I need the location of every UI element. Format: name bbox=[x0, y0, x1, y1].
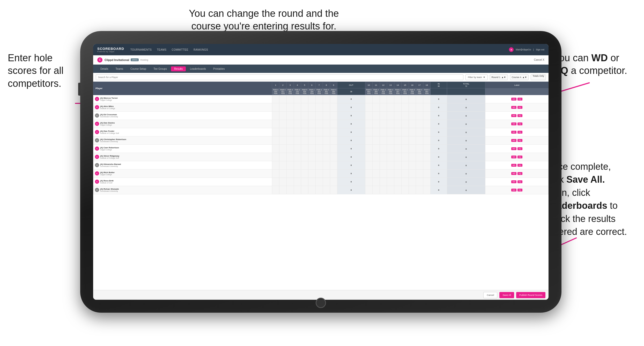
score-input-h13[interactable] bbox=[387, 153, 394, 161]
wd-button[interactable]: WD bbox=[511, 147, 516, 150]
hole-13-input[interactable] bbox=[387, 186, 394, 194]
score-input-h13[interactable] bbox=[387, 120, 394, 128]
hole-17-input[interactable] bbox=[416, 161, 423, 170]
score-input-h11[interactable] bbox=[373, 103, 380, 111]
nav-teams[interactable]: TEAMS bbox=[157, 48, 166, 51]
hole-5-input[interactable] bbox=[301, 128, 308, 136]
score-input-h1[interactable] bbox=[272, 170, 279, 178]
hole-9-input[interactable] bbox=[330, 120, 337, 128]
hole-18-input[interactable] bbox=[423, 128, 430, 136]
hole-14-input[interactable] bbox=[394, 103, 401, 112]
score-input-h5[interactable] bbox=[301, 103, 308, 111]
score-input-h11[interactable] bbox=[373, 128, 380, 136]
hole-3-input[interactable] bbox=[286, 136, 294, 145]
hole-17-input[interactable] bbox=[416, 120, 423, 128]
hole-11-input[interactable] bbox=[372, 145, 380, 153]
score-input-h2[interactable] bbox=[279, 112, 286, 120]
score-input-h11[interactable] bbox=[373, 120, 380, 128]
score-input-h16[interactable] bbox=[409, 120, 416, 128]
score-input-h9[interactable] bbox=[330, 153, 337, 161]
hole-14-input[interactable] bbox=[394, 112, 401, 120]
score-input-h3[interactable] bbox=[287, 136, 294, 144]
score-input-h6[interactable] bbox=[308, 120, 315, 128]
score-input-h4[interactable] bbox=[294, 186, 301, 194]
hole-15-input[interactable] bbox=[401, 128, 409, 136]
score-input-h9[interactable] bbox=[330, 145, 337, 153]
score-input-h5[interactable] bbox=[301, 112, 308, 120]
hole-15-input[interactable] bbox=[401, 103, 409, 112]
score-input-h7[interactable] bbox=[316, 145, 323, 153]
score-input-h17[interactable] bbox=[416, 112, 423, 120]
score-input-h3[interactable] bbox=[287, 170, 294, 178]
score-input-h16[interactable] bbox=[409, 103, 416, 111]
score-input-h2[interactable] bbox=[279, 170, 286, 178]
dq-button[interactable]: DQ bbox=[517, 147, 522, 150]
hole-15-input[interactable] bbox=[401, 178, 409, 186]
score-input-h18[interactable] bbox=[423, 112, 430, 120]
score-input-h15[interactable] bbox=[402, 178, 409, 186]
hole-4-input[interactable] bbox=[294, 128, 301, 136]
hole-14-input[interactable] bbox=[394, 178, 401, 186]
hole-6-input[interactable] bbox=[308, 103, 315, 112]
hole-15-input[interactable] bbox=[401, 170, 409, 178]
score-input-h11[interactable] bbox=[373, 178, 380, 186]
hole-6-input[interactable] bbox=[308, 112, 315, 120]
hole-1-input[interactable] bbox=[272, 153, 279, 161]
score-input-h5[interactable] bbox=[301, 161, 308, 169]
hole-6-input[interactable] bbox=[308, 95, 315, 103]
score-input-h18[interactable] bbox=[423, 145, 430, 153]
score-input-h18[interactable] bbox=[423, 95, 430, 103]
score-input-h10[interactable] bbox=[365, 136, 372, 144]
score-input-h8[interactable] bbox=[323, 103, 330, 111]
hole-12-input[interactable] bbox=[380, 170, 387, 178]
hole-11-input[interactable] bbox=[372, 95, 380, 103]
nav-rankings[interactable]: RANKINGS bbox=[194, 48, 208, 51]
score-input-h13[interactable] bbox=[387, 178, 394, 186]
score-input-h12[interactable] bbox=[380, 153, 387, 161]
score-input-h1[interactable] bbox=[272, 120, 279, 128]
round-selector[interactable]: Round 1 ▲▼ bbox=[490, 74, 508, 80]
hole-15-input[interactable] bbox=[401, 95, 409, 103]
hole-17-input[interactable] bbox=[416, 128, 423, 136]
score-input-h11[interactable] bbox=[373, 186, 380, 194]
dq-button[interactable]: DQ bbox=[517, 114, 522, 117]
score-input-h13[interactable] bbox=[387, 170, 394, 178]
score-input-h17[interactable] bbox=[416, 103, 423, 111]
hole-9-input[interactable] bbox=[330, 103, 337, 112]
score-input-h1[interactable] bbox=[272, 178, 279, 186]
hole-1-input[interactable] bbox=[272, 161, 279, 170]
hole-14-input[interactable] bbox=[394, 161, 401, 170]
score-input-h13[interactable] bbox=[387, 161, 394, 169]
hole-6-input[interactable] bbox=[308, 153, 315, 161]
score-input-h2[interactable] bbox=[279, 145, 286, 153]
score-input-h17[interactable] bbox=[416, 128, 423, 136]
hole-9-input[interactable] bbox=[330, 145, 337, 153]
score-input-h17[interactable] bbox=[416, 145, 423, 153]
hole-12-input[interactable] bbox=[380, 112, 387, 120]
hole-7-input[interactable] bbox=[315, 112, 323, 120]
hole-7-input[interactable] bbox=[315, 128, 323, 136]
score-input-h10[interactable] bbox=[365, 161, 372, 169]
dq-button[interactable]: DQ bbox=[517, 156, 522, 158]
score-input-h9[interactable] bbox=[330, 112, 337, 120]
hole-6-input[interactable] bbox=[308, 178, 315, 186]
hole-17-input[interactable] bbox=[416, 178, 423, 186]
hole-18-input[interactable] bbox=[423, 103, 430, 112]
hole-12-input[interactable] bbox=[380, 178, 387, 186]
hole-10-input[interactable] bbox=[365, 136, 372, 145]
hole-7-input[interactable] bbox=[315, 145, 323, 153]
hole-1-input[interactable] bbox=[272, 178, 279, 186]
score-input-h17[interactable] bbox=[416, 178, 423, 186]
hole-2-input[interactable] bbox=[279, 112, 286, 120]
dq-button[interactable]: DQ bbox=[517, 164, 522, 167]
score-input-h9[interactable] bbox=[330, 103, 337, 111]
hole-11-input[interactable] bbox=[372, 178, 380, 186]
score-input-h16[interactable] bbox=[409, 145, 416, 153]
score-input-h16[interactable] bbox=[409, 153, 416, 161]
score-input-h8[interactable] bbox=[323, 186, 330, 194]
score-input-h13[interactable] bbox=[387, 136, 394, 144]
tab-printables[interactable]: Printables bbox=[210, 66, 228, 71]
score-input-h3[interactable] bbox=[287, 103, 294, 111]
hole-2-input[interactable] bbox=[279, 95, 286, 103]
hole-6-input[interactable] bbox=[308, 161, 315, 170]
